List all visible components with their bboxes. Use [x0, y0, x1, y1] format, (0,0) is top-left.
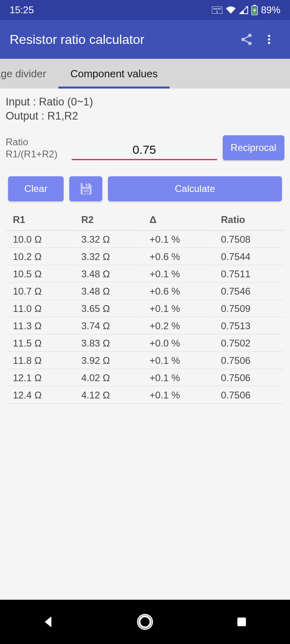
table-row[interactable]: 10.5 Ω3.48 Ω+0.1 %0.7511 — [6, 266, 284, 283]
nav-recent-button[interactable] — [230, 610, 254, 634]
svg-rect-19 — [237, 617, 246, 626]
status-battery-text: 89% — [261, 4, 280, 16]
nav-back-button[interactable] — [36, 610, 60, 634]
cell-ratio: 0.7509 — [214, 301, 284, 317]
tab-voltage-divider[interactable]: oltage divider — [0, 59, 58, 89]
results-table: R1 R2 Δ Ratio 10.0 Ω3.32 Ω+0.1 %0.750810… — [6, 210, 284, 405]
svg-text:VOLTE: VOLTE — [213, 8, 221, 10]
svg-point-6 — [248, 34, 252, 37]
io-label: Input : Ratio (0~1) Output : R1,R2 — [6, 95, 284, 123]
save-button[interactable] — [69, 176, 102, 201]
cell-delta: +0.1 % — [143, 231, 213, 248]
svg-point-7 — [241, 38, 245, 41]
status-bar: 15:25 VOLTE2 89% — [0, 0, 290, 20]
cell-r2: 3.32 Ω — [75, 249, 143, 265]
ratio-row: Ratio R1/(R1+R2) Reciprocal — [6, 135, 284, 160]
calculate-button[interactable]: Calculate — [108, 176, 282, 201]
cell-delta: +0.6 % — [143, 283, 213, 300]
table-row[interactable]: 10.0 Ω3.32 Ω+0.1 %0.7508 — [6, 231, 284, 248]
table-row[interactable]: 12.4 Ω4.12 Ω+0.1 %0.7506 — [6, 387, 284, 404]
table-header-row: R1 R2 Δ Ratio — [6, 211, 284, 231]
cell-delta: +0.1 % — [143, 266, 213, 283]
cell-r1: 10.0 Ω — [6, 231, 74, 248]
cell-delta: +0.1 % — [143, 387, 213, 404]
cell-r1: 11.8 Ω — [6, 353, 74, 369]
cell-delta: +0.1 % — [143, 353, 213, 369]
table-row[interactable]: 11.3 Ω3.74 Ω+0.2 %0.7513 — [6, 318, 284, 334]
cell-ratio: 0.7506 — [214, 387, 284, 404]
svg-point-8 — [248, 42, 252, 45]
cell-r1: 11.3 Ω — [6, 318, 74, 334]
header-delta: Δ — [143, 211, 213, 231]
cell-delta: +0.1 % — [143, 301, 213, 317]
svg-rect-12 — [83, 183, 88, 187]
signal-icon — [239, 6, 248, 14]
cell-r1: 10.7 Ω — [6, 283, 74, 300]
cell-ratio: 0.7502 — [214, 335, 284, 352]
share-button[interactable] — [235, 28, 258, 51]
cell-r1: 10.5 Ω — [6, 266, 74, 283]
svg-rect-15 — [83, 190, 89, 191]
header-r2: R2 — [75, 211, 143, 231]
cell-delta: +0.2 % — [143, 318, 213, 334]
cell-ratio: 0.7508 — [214, 231, 284, 248]
table-row[interactable]: 10.7 Ω3.48 Ω+0.6 %0.7546 — [6, 283, 284, 300]
cell-r1: 12.4 Ω — [6, 387, 74, 404]
ratio-label-line2: R1/(R1+R2) — [6, 148, 66, 160]
wifi-icon — [226, 6, 236, 14]
cell-delta: +0.1 % — [143, 370, 213, 386]
io-output-label: Output : R1,R2 — [6, 109, 284, 123]
cell-r2: 3.74 Ω — [75, 318, 143, 334]
header-ratio: Ratio — [214, 211, 284, 231]
button-row: Clear Calculate — [8, 176, 282, 201]
status-right: VOLTE2 89% — [212, 4, 280, 16]
tab-component-values[interactable]: Component values — [58, 59, 170, 89]
cell-r2: 3.92 Ω — [75, 353, 143, 369]
cell-delta: +0.6 % — [143, 249, 213, 265]
ratio-label-line1: Ratio — [6, 136, 66, 148]
cell-ratio: 0.7506 — [214, 370, 284, 386]
header-r1: R1 — [6, 211, 74, 231]
cell-r2: 4.12 Ω — [75, 387, 143, 404]
svg-text:2: 2 — [216, 10, 218, 13]
table-row[interactable]: 10.2 Ω3.32 Ω+0.6 %0.7544 — [6, 249, 284, 265]
cell-r2: 3.65 Ω — [75, 301, 143, 317]
io-input-label: Input : Ratio (0~1) — [6, 95, 284, 109]
cell-r1: 12.1 Ω — [6, 370, 74, 386]
cell-ratio: 0.7506 — [214, 353, 284, 369]
cell-ratio: 0.7511 — [214, 266, 284, 283]
reciprocal-button[interactable]: Reciprocal — [223, 135, 284, 160]
svg-point-10 — [268, 38, 270, 41]
svg-rect-13 — [86, 184, 87, 186]
clear-button[interactable]: Clear — [8, 176, 64, 201]
cell-r1: 11.5 Ω — [6, 335, 74, 352]
nav-bar — [0, 600, 290, 644]
svg-point-11 — [268, 42, 270, 44]
more-button[interactable] — [258, 28, 280, 51]
cell-delta: +0.0 % — [143, 335, 213, 352]
cell-r1: 11.0 Ω — [6, 301, 74, 317]
ratio-input-wrap — [72, 143, 217, 160]
table-row[interactable]: 11.5 Ω3.83 Ω+0.0 %0.7502 — [6, 335, 284, 352]
ratio-input[interactable] — [72, 143, 217, 157]
tabs: oltage divider Component values — [0, 59, 290, 89]
nav-home-button[interactable] — [133, 610, 157, 634]
svg-point-18 — [139, 616, 151, 627]
cell-r2: 3.48 Ω — [75, 266, 143, 283]
cell-r1: 10.2 Ω — [6, 249, 74, 265]
app-bar: Resistor ratio calculator — [0, 20, 290, 59]
ratio-label: Ratio R1/(R1+R2) — [6, 136, 66, 160]
cell-ratio: 0.7544 — [214, 249, 284, 265]
app-title: Resistor ratio calculator — [10, 32, 235, 47]
cell-ratio: 0.7546 — [214, 283, 284, 300]
table-row[interactable]: 12.1 Ω4.02 Ω+0.1 %0.7506 — [6, 370, 284, 386]
battery-icon — [251, 5, 258, 15]
status-time: 15:25 — [10, 4, 34, 16]
svg-point-9 — [268, 35, 270, 37]
volte-icon: VOLTE2 — [212, 6, 222, 14]
cell-r2: 3.48 Ω — [75, 283, 143, 300]
table-row[interactable]: 11.0 Ω3.65 Ω+0.1 %0.7509 — [6, 301, 284, 317]
table-row[interactable]: 11.8 Ω3.92 Ω+0.1 %0.7506 — [6, 353, 284, 369]
svg-rect-16 — [83, 192, 89, 192]
cell-r2: 3.32 Ω — [75, 231, 143, 248]
